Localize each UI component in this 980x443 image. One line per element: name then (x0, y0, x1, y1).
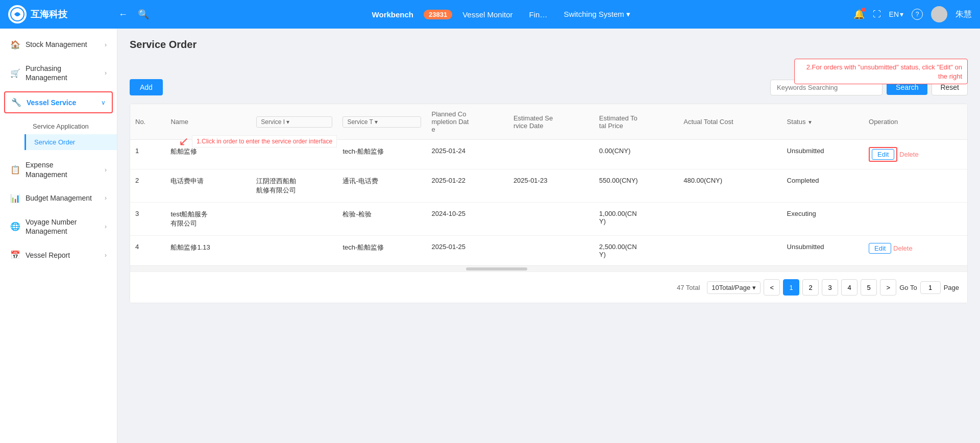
help-icon[interactable]: ? (912, 9, 923, 20)
sidebar-item-vessel-service[interactable]: 🔧 Vessel Service ∨ (5, 92, 112, 112)
reset-button[interactable]: Reset (932, 79, 968, 95)
table-container: No. Name Service I ▾ Service T ▾ Planned… (130, 104, 968, 303)
cell-actual (678, 140, 781, 169)
search-button[interactable]: Search (887, 80, 927, 95)
page-1-button[interactable]: 1 (783, 279, 799, 296)
cell-planned: 2025-01-24 (426, 140, 508, 169)
table-row: 3 test船舶服务有限公司 检验-检验 2024-10-25 1,000.00… (130, 203, 967, 236)
budget-icon: 📊 (10, 193, 20, 203)
cell-no: 3 (130, 203, 165, 236)
cell-status: Completed (782, 169, 864, 203)
search-icon[interactable]: 🔍 (138, 9, 149, 20)
cell-type: tech-船舶监修 (337, 236, 426, 266)
col-no: No. (130, 104, 165, 140)
logo-icon (8, 5, 27, 23)
page-4-button[interactable]: 4 (841, 279, 857, 296)
cell-no: 2 (130, 169, 165, 203)
service-orders-table: No. Name Service I ▾ Service T ▾ Planned… (130, 104, 967, 265)
chevron-right-icon: › (105, 41, 107, 48)
cell-planned: 2024-10-25 (426, 203, 508, 236)
edit-button-4[interactable]: Edit (869, 243, 891, 254)
col-operation: Operation (864, 104, 967, 140)
nav-icon-group: ← 🔍 (118, 9, 149, 20)
sidebar: 🏠 Stock Management › 🛒 PurchasingManagem… (0, 29, 117, 443)
table-area: ↙ 1.Click in order to enter the service … (130, 104, 968, 303)
goto-input[interactable] (920, 281, 941, 294)
finance-tab[interactable]: Fin… (523, 10, 554, 19)
cart-icon: 🛒 (10, 68, 20, 78)
edit-button-1[interactable]: Edit (872, 149, 894, 160)
chevron-right-icon-expense: › (105, 166, 107, 174)
col-service-type[interactable]: Service T ▾ (337, 104, 426, 140)
chevron-right-icon-budget: › (105, 194, 107, 202)
sidebar-item-service-application[interactable]: Service Application (24, 118, 117, 134)
logo-text: 互海科技 (31, 8, 67, 20)
nav-center: Workbench 23831 Vessel Monitor Fin… Swit… (149, 10, 853, 19)
col-service-institution[interactable]: Service I ▾ (251, 104, 337, 140)
globe-icon: 🌐 (10, 222, 20, 231)
per-page-selector[interactable]: 10Total/Page ▾ (707, 281, 761, 294)
cell-type: tech-船舶监修 (337, 140, 426, 169)
sidebar-label-vessel-service: Vessel Service (27, 98, 96, 107)
cell-institution: 江阴澄西船舶航修有限公司 (251, 169, 337, 203)
avatar[interactable] (931, 6, 947, 22)
sidebar-label-stock: Stock Management (26, 40, 100, 49)
sidebar-item-purchasing[interactable]: 🛒 PurchasingManagement › (0, 57, 117, 89)
delete-button-1[interactable]: Delete (899, 151, 919, 158)
annotation2-text: 2.For orders with "unsubmitted" status, … (806, 63, 962, 80)
cell-actual: 480.00(CNY) (678, 169, 781, 203)
language-selector[interactable]: EN ▾ (889, 10, 903, 18)
cell-actual (678, 203, 781, 236)
cell-name: 电话费申请 (165, 169, 251, 203)
sidebar-item-budget[interactable]: 📊 Budget Management › (0, 186, 117, 210)
cell-institution (251, 203, 337, 236)
vessel-monitor-tab[interactable]: Vessel Monitor (456, 10, 519, 19)
report-icon: 📅 (10, 250, 20, 260)
workbench-badge: 23831 (424, 10, 452, 19)
sidebar-item-stock[interactable]: 🏠 Stock Management › (0, 33, 117, 57)
notification-icon[interactable]: 🔔 (853, 9, 865, 20)
page-label: Page (944, 284, 959, 291)
cell-est-service (508, 236, 594, 266)
sidebar-item-vessel-report[interactable]: 📅 Vessel Report › (0, 243, 117, 267)
nav-right: 🔔 ⛶ EN ▾ ? 朱慧 (853, 6, 972, 22)
switching-system-tab[interactable]: Switching System ▾ (557, 10, 636, 19)
cell-est-service (508, 203, 594, 236)
main-content: Service Order 2.For orders with "unsubmi… (117, 29, 980, 443)
sidebar-label-budget: Budget Management (26, 193, 100, 203)
search-area: Search Reset (770, 79, 968, 95)
cell-est-total: 550.00(CNY) (594, 169, 678, 203)
cell-planned: 2025-01-22 (426, 169, 508, 203)
workbench-tab[interactable]: Workbench (366, 10, 420, 19)
goto-label: Go To (899, 284, 917, 291)
next-page-button[interactable]: > (880, 279, 896, 296)
col-status[interactable]: Status ▼ (782, 104, 864, 140)
cell-operation: Edit Delete (864, 236, 967, 266)
page-5-button[interactable]: 5 (861, 279, 877, 296)
page-2-button[interactable]: 2 (802, 279, 819, 296)
sidebar-item-service-order[interactable]: Service Order (24, 134, 117, 150)
table-row: 2 电话费申请 江阴澄西船舶航修有限公司 通讯-电话费 2025-01-22 2… (130, 169, 967, 203)
cell-operation (864, 203, 967, 236)
fullscreen-icon[interactable]: ⛶ (873, 10, 881, 19)
cell-est-total: 2,500.00(CNY) (594, 236, 678, 266)
goto-page: Go To Page (899, 281, 959, 294)
sidebar-label-expense: ExpenseManagement (26, 160, 100, 179)
expense-icon: 📋 (10, 165, 20, 175)
chevron-down-icon: ∨ (101, 99, 106, 106)
cell-actual (678, 236, 781, 266)
add-button[interactable]: Add (130, 79, 163, 95)
cell-status: Executing (782, 203, 864, 236)
cell-type: 检验-检验 (337, 203, 426, 236)
sidebar-label-vessel-report: Vessel Report (26, 251, 100, 260)
top-nav: 互海科技 ← 🔍 Workbench 23831 Vessel Monitor … (0, 0, 980, 29)
page-3-button[interactable]: 3 (822, 279, 838, 296)
toolbar: Add Search Reset (130, 79, 968, 95)
sidebar-item-expense[interactable]: 📋 ExpenseManagement › (0, 153, 117, 186)
prev-page-button[interactable]: < (764, 279, 780, 296)
back-icon[interactable]: ← (118, 9, 128, 20)
search-input[interactable] (770, 80, 883, 95)
cell-status: Unsubmitted (782, 140, 864, 169)
delete-button-4[interactable]: Delete (893, 244, 913, 252)
sidebar-item-voyage[interactable]: 🌐 Voyage NumberManagement › (0, 210, 117, 243)
